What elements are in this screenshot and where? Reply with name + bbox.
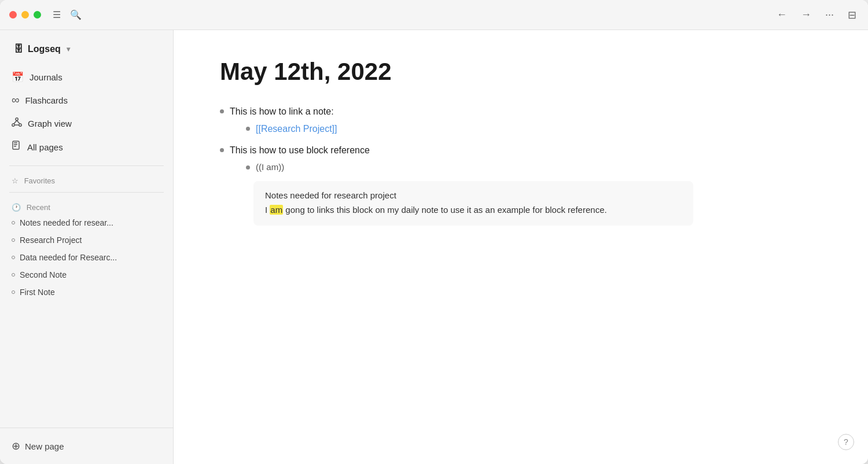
svg-rect-9 [14, 146, 16, 147]
svg-rect-8 [14, 144, 17, 145]
sub-bullet-list-2: ((I am)) [230, 160, 370, 174]
bullet-dot-icon [220, 148, 224, 152]
recent-icon: 🕐 [12, 203, 21, 212]
page-link[interactable]: [[Notes needed for research projectResea… [256, 121, 337, 137]
sidebar-item-journals[interactable]: 📅 Journals [5, 66, 168, 89]
new-page-button[interactable]: ⊕ New page [9, 435, 164, 457]
bullet-item-1: This is how to link a note: [[Notes need… [220, 104, 822, 138]
star-icon: ☆ [12, 176, 19, 185]
search-icon[interactable]: 🔍 [70, 9, 82, 20]
bullet-1-text: This is how to link a note: [230, 106, 334, 116]
svg-point-2 [19, 124, 21, 126]
minimize-button[interactable] [21, 11, 29, 19]
close-button[interactable] [9, 11, 17, 19]
recent-label: Recent [27, 203, 50, 212]
recent-item-label: Research Project [20, 235, 82, 245]
new-page-label: New page [25, 441, 64, 451]
recent-dot-icon [12, 221, 15, 224]
more-button[interactable]: ··· [823, 6, 836, 23]
sub-bullet-list-1: [[Notes needed for research projectResea… [230, 121, 337, 137]
recent-items-list: Notes needed for resear... Research Proj… [0, 214, 173, 301]
plus-circle-icon: ⊕ [12, 440, 20, 452]
app-name-label: Logseq [28, 44, 61, 54]
titlebar-controls: ☰ 🔍 [53, 9, 82, 20]
main-content: May 12th, 2022 This is how to link a not… [174, 30, 868, 464]
block-ref-text[interactable]: ((I am)) [256, 160, 284, 174]
sidebar-item-flashcards[interactable]: ∞ Flashcards [5, 89, 168, 112]
bullet-dot-icon [220, 109, 224, 113]
maximize-button[interactable] [34, 11, 41, 19]
sidebar-item-all-pages[interactable]: All pages [5, 135, 168, 159]
back-button[interactable]: ← [774, 6, 789, 23]
sidebar-nav: 📅 Journals ∞ Flashcards [0, 64, 173, 161]
svg-point-1 [12, 124, 14, 126]
page-title: May 12th, 2022 [220, 58, 822, 86]
sub-bullet-item-1-1: [[Notes needed for research projectResea… [230, 121, 337, 137]
recent-dot-icon [12, 290, 15, 294]
recent-item-notes-needed[interactable]: Notes needed for resear... [0, 214, 173, 231]
favorites-section: ☆ Favorites [0, 171, 173, 187]
bullet-1-content: This is how to link a note: [[Notes need… [230, 104, 337, 138]
divider-recent [9, 192, 164, 193]
calendar-icon: 📅 [12, 71, 24, 83]
graph-view-label: Graph view [28, 119, 72, 128]
sidebar: 🗄 Logseq ▾ 📅 Journals ∞ Flashcards [0, 30, 174, 464]
sub-bullet-dot-icon [246, 165, 250, 170]
app-logo-icon: 🗄 [14, 44, 23, 54]
help-button[interactable]: ? [838, 434, 854, 450]
titlebar-right: ← → ··· ⊟ [774, 6, 859, 24]
hamburger-icon[interactable]: ☰ [53, 9, 61, 20]
svg-line-3 [14, 120, 17, 124]
app-window: ☰ 🔍 ← → ··· ⊟ 🗄 Logseq ▾ 📅 Journals [0, 0, 868, 464]
svg-point-0 [16, 118, 18, 120]
forward-button[interactable]: → [799, 6, 814, 23]
block-ref-preview-title: Notes needed for research project [265, 190, 682, 200]
sidebar-footer: ⊕ New page [0, 428, 173, 464]
app-title[interactable]: 🗄 Logseq ▾ [9, 39, 164, 59]
app-caret-icon: ▾ [67, 45, 70, 53]
sidebar-header: 🗄 Logseq ▾ [0, 30, 173, 64]
recent-item-data-needed[interactable]: Data needed for Researc... [0, 249, 173, 266]
traffic-lights [9, 11, 41, 19]
block-ref-preview: Notes needed for research project I am g… [253, 181, 693, 226]
flashcards-label: Flashcards [25, 95, 68, 105]
block-ref-preview-body: I am gong to links this block on my dail… [265, 204, 682, 217]
recent-item-first-note[interactable]: First Note [0, 283, 173, 301]
svg-rect-7 [14, 142, 17, 143]
bullet-list: This is how to link a note: [[Notes need… [220, 104, 822, 176]
recent-item-label: Second Note [20, 270, 67, 279]
content-area: 🗄 Logseq ▾ 📅 Journals ∞ Flashcards [0, 30, 868, 464]
graph-icon [12, 117, 22, 130]
recent-item-label: First Note [20, 288, 55, 297]
titlebar: ☰ 🔍 ← → ··· ⊟ [0, 0, 868, 30]
body-after-highlight: gong to links this block on my daily not… [283, 205, 606, 215]
highlight-text: am [270, 205, 283, 215]
bullet-item-2: This is how to use block reference ((I a… [220, 143, 822, 176]
sidebar-toggle-button[interactable]: ⊟ [845, 6, 859, 24]
journals-label: Journals [30, 72, 62, 82]
bullet-2-content: This is how to use block reference ((I a… [230, 143, 370, 176]
sub-bullet-item-2-1: ((I am)) [230, 160, 370, 174]
sub-bullet-dot-icon [246, 127, 250, 131]
svg-line-4 [17, 120, 20, 124]
sidebar-item-graph-view[interactable]: Graph view [5, 112, 168, 135]
recent-dot-icon [12, 256, 15, 259]
recent-dot-icon [12, 238, 15, 242]
recent-item-research-project[interactable]: Research Project [0, 231, 173, 249]
favorites-label: Favorites [24, 176, 55, 185]
pages-icon [12, 141, 21, 153]
all-pages-label: All pages [27, 142, 63, 152]
recent-item-second-note[interactable]: Second Note [0, 266, 173, 283]
recent-section: 🕐 Recent [0, 197, 173, 214]
divider-favorites [9, 165, 164, 166]
recent-item-label: Data needed for Researc... [20, 253, 117, 262]
bullet-2-text: This is how to use block reference [230, 145, 370, 155]
recent-item-label: Notes needed for resear... [20, 218, 113, 227]
infinity-icon: ∞ [12, 94, 20, 106]
recent-dot-icon [12, 273, 15, 277]
